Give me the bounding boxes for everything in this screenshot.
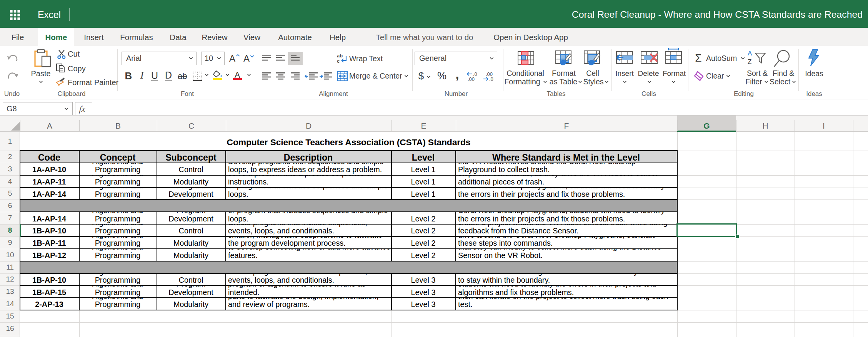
- svg-text:ab: ab: [337, 53, 343, 59]
- svg-text:.0: .0: [489, 76, 493, 81]
- svg-text:.00: .00: [468, 76, 475, 81]
- svg-text:c: c: [337, 58, 340, 64]
- svg-text:Z: Z: [748, 58, 751, 65]
- svg-text:A: A: [748, 50, 752, 57]
